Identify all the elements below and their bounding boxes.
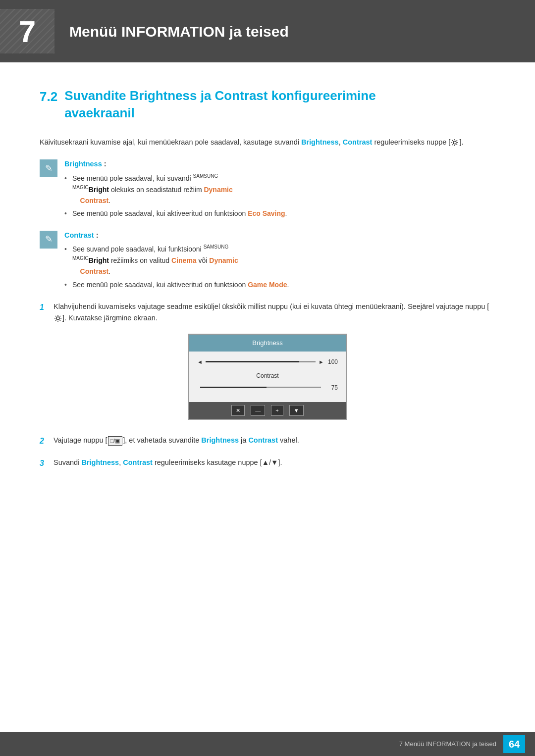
note-brightness: Brightness : See menüü pole saadaval, ku… bbox=[40, 159, 495, 221]
svg-line-14 bbox=[55, 316, 56, 317]
step-2: 2 Vajutage nuppu [□/▣], et vahetada suva… bbox=[40, 435, 495, 447]
brightness-fill bbox=[206, 361, 299, 362]
main-content: 7.2 Suvandite Brightness ja Contrast kon… bbox=[0, 62, 535, 519]
contrast-item-2: See menüü pole saadaval, kui aktiveeritu… bbox=[64, 279, 495, 290]
chapter-number-box: 7 bbox=[0, 9, 54, 53]
step-3: 3 Suvandi Brightness, Contrast reguleeri… bbox=[40, 457, 495, 469]
screen-header: Brightness bbox=[189, 335, 346, 352]
screen-btn-plus: + bbox=[271, 405, 283, 416]
section-heading: 7.2 Suvandite Brightness ja Contrast kon… bbox=[40, 87, 495, 122]
screen-body: ◄ ► 100 Contrast 75 bbox=[189, 352, 346, 402]
brightness-label: Brightness : bbox=[64, 159, 495, 170]
intro-contrast: Contrast bbox=[343, 138, 373, 146]
screen-btn-minus: — bbox=[251, 405, 265, 416]
contrast-row: 75 bbox=[197, 383, 338, 392]
svg-line-17 bbox=[55, 320, 56, 321]
svg-line-5 bbox=[452, 140, 453, 141]
section-number: 7.2 bbox=[40, 87, 57, 106]
footer-text: 7 Menüü INFORMATION ja teised bbox=[399, 739, 496, 749]
contrast-track bbox=[200, 387, 321, 388]
svg-line-8 bbox=[452, 145, 453, 146]
section-title: Suvandite Brightness ja Contrast konfigu… bbox=[64, 87, 375, 122]
svg-line-15 bbox=[60, 320, 61, 321]
note-icon-contrast bbox=[40, 231, 57, 249]
screen-btn-x: ✕ bbox=[231, 405, 245, 416]
brightness-arrow-right: ► bbox=[319, 358, 324, 366]
contrast-fill bbox=[200, 387, 267, 388]
step-2-number: 2 bbox=[40, 435, 54, 447]
step-1-text: Klahvijuhendi kuvamiseks vajutage seadme… bbox=[54, 301, 495, 324]
intro-brightness: Brightness bbox=[301, 138, 339, 146]
svg-point-0 bbox=[453, 141, 456, 144]
screen-mockup: Brightness ◄ ► 100 Contrast bbox=[188, 334, 347, 420]
svg-line-7 bbox=[457, 140, 458, 141]
screen-mockup-wrapper: Brightness ◄ ► 100 Contrast bbox=[40, 334, 495, 420]
screen-footer: ✕ — + ▼ bbox=[189, 402, 346, 419]
svg-line-16 bbox=[60, 316, 61, 317]
screen-btn-down: ▼ bbox=[289, 405, 304, 416]
brightness-arrow-left: ◄ bbox=[197, 358, 203, 366]
note-icon-brightness bbox=[40, 159, 57, 177]
note-contrast-content: Contrast : See suvand pole saadaval, kui… bbox=[64, 230, 495, 292]
contrast-item-1: See suvand pole saadaval, kui funktsioon… bbox=[64, 244, 495, 277]
page-footer: 7 Menüü INFORMATION ja teised 64 bbox=[0, 732, 535, 756]
contrast-list: See suvand pole saadaval, kui funktsioon… bbox=[64, 244, 495, 290]
intro-paragraph: Käivitusekraani kuvamise ajal, kui menüü… bbox=[40, 137, 495, 148]
btn-icon-step2: □/▣ bbox=[108, 436, 123, 446]
brightness-value: 100 bbox=[324, 357, 338, 366]
chapter-title: Menüü INFORMATION ja teised bbox=[69, 20, 289, 43]
contrast-value: 75 bbox=[324, 383, 338, 392]
sun-icon bbox=[451, 139, 459, 147]
step-2-text: Vajutage nuppu [□/▣], et vahetada suvand… bbox=[54, 435, 495, 446]
contrast-section-label: Contrast bbox=[197, 371, 338, 380]
step-1: 1 Klahvijuhendi kuvamiseks vajutage sead… bbox=[40, 301, 495, 324]
step-3-number: 3 bbox=[40, 457, 54, 469]
note-brightness-content: Brightness : See menüü pole saadaval, ku… bbox=[64, 159, 495, 221]
note-contrast: Contrast : See suvand pole saadaval, kui… bbox=[40, 230, 495, 292]
svg-line-6 bbox=[457, 145, 458, 146]
brightness-item-2: See menüü pole saadaval, kui aktiveeritu… bbox=[64, 208, 495, 219]
chapter-number: 7 bbox=[19, 8, 36, 54]
brightness-row: ◄ ► 100 bbox=[197, 357, 338, 366]
brightness-list: See menüü pole saadaval, kui suvandi SAM… bbox=[64, 173, 495, 219]
brightness-track bbox=[206, 361, 316, 362]
svg-point-9 bbox=[56, 317, 59, 320]
brightness-item-1: See menüü pole saadaval, kui suvandi SAM… bbox=[64, 173, 495, 206]
step-1-number: 1 bbox=[40, 302, 54, 313]
step-3-text: Suvandi Brightness, Contrast reguleerimi… bbox=[54, 457, 495, 468]
sun-icon-step1 bbox=[54, 314, 62, 322]
contrast-label: Contrast : bbox=[64, 230, 495, 241]
footer-page-number: 64 bbox=[503, 735, 525, 753]
chapter-header: 7 Menüü INFORMATION ja teised bbox=[0, 0, 535, 62]
